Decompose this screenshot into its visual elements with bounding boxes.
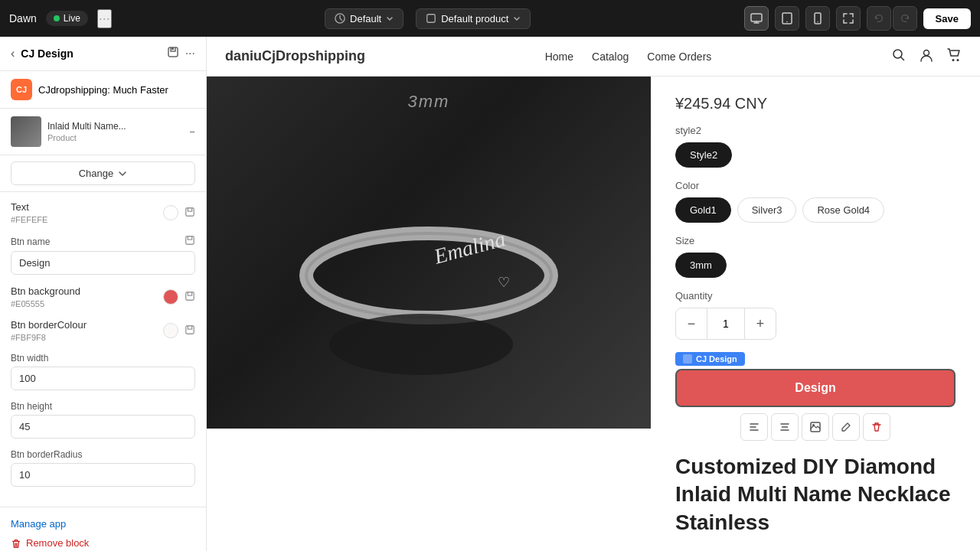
- product-icon: [426, 13, 436, 24]
- svg-point-16: [956, 59, 959, 61]
- toolbar-delete[interactable]: [863, 413, 890, 441]
- cj-tooltip-icon: [683, 354, 692, 364]
- manage-app-link[interactable]: Manage app: [11, 518, 195, 530]
- btn-name-row: Btn name: [11, 235, 195, 275]
- fullscreen-button[interactable]: [836, 6, 861, 31]
- text-setting-row: Text #FEFEFE: [11, 201, 195, 224]
- design-button[interactable]: Design: [675, 369, 956, 407]
- app-name: Dawn: [9, 12, 37, 24]
- undo-button[interactable]: [867, 6, 891, 31]
- style2-button[interactable]: Style2: [675, 142, 732, 168]
- cart-icon[interactable]: [946, 47, 962, 65]
- text-setting-icon[interactable]: [185, 207, 195, 220]
- toolbar-align-center[interactable]: [771, 413, 799, 441]
- search-icon[interactable]: [891, 47, 906, 65]
- change-button[interactable]: Change: [11, 161, 195, 185]
- svg-rect-11: [186, 292, 194, 300]
- svg-point-14: [923, 51, 929, 56]
- redo-button[interactable]: [893, 6, 917, 31]
- store-nav: daniuCjDropshipping Home Catalog Come Or…: [207, 37, 980, 77]
- btn-height-label: Btn height: [11, 401, 52, 412]
- toolbar-row: [675, 413, 956, 441]
- btn-height-input[interactable]: [11, 415, 195, 439]
- store-nav-icons: [891, 47, 962, 65]
- style-label: style2: [675, 125, 956, 136]
- toolbar-edit[interactable]: [832, 413, 860, 441]
- btn-height-row: Btn height: [11, 401, 195, 439]
- nav-come-orders[interactable]: Come Orders: [647, 51, 711, 63]
- remove-block-label: Remove block: [26, 537, 89, 549]
- text-label: Text: [11, 201, 47, 213]
- save-section-button[interactable]: [167, 46, 179, 61]
- save-button[interactable]: Save: [923, 8, 971, 29]
- btn-border-color-swatch[interactable]: [163, 323, 178, 338]
- qty-plus-button[interactable]: +: [745, 308, 776, 339]
- account-icon[interactable]: [919, 47, 934, 65]
- change-btn-row: Change: [0, 155, 206, 192]
- gold1-button[interactable]: Gold1: [675, 197, 731, 223]
- product-description: Customized DIY Diamond Inlaid Multi Name…: [675, 453, 956, 536]
- sidebar-title: CJ Design: [21, 47, 73, 60]
- svg-rect-1: [427, 15, 436, 23]
- product-details-column: ¥245.94 CNY style2 Style2 Color Gold1 Si…: [651, 77, 980, 551]
- desktop-view-button[interactable]: [744, 6, 769, 31]
- nav-catalog[interactable]: Catalog: [592, 51, 629, 63]
- tablet-view-button[interactable]: [775, 6, 799, 31]
- btn-bg-label: Btn background: [11, 285, 80, 297]
- top-bar: Dawn Live ··· Default Default product: [0, 0, 980, 37]
- btn-name-icon[interactable]: [185, 235, 195, 248]
- btn-border-icon[interactable]: [185, 324, 195, 337]
- app-banner-name: CJdropshipping: Much Faster: [38, 84, 168, 96]
- more-options-button[interactable]: ···: [185, 46, 195, 61]
- mobile-view-button[interactable]: [805, 6, 830, 31]
- rose-gold4-button[interactable]: Rose Gold4: [802, 197, 884, 223]
- btn-border-radius-row: Btn borderRadius: [11, 449, 195, 487]
- btn-width-input[interactable]: [11, 367, 195, 390]
- toolbar-image[interactable]: [802, 413, 829, 441]
- product-image: [11, 116, 41, 147]
- trash-icon: [11, 538, 21, 549]
- product-name: Inlaid Multi Name...: [47, 121, 183, 132]
- color-option-group: Color Gold1 Silver3 Rose Gold4: [675, 180, 956, 223]
- text-color-value: #FEFEFE: [11, 215, 47, 224]
- toolbar-align-left[interactable]: [740, 413, 768, 441]
- btn-bg-value: #E05555: [11, 299, 80, 308]
- product-image-placeholder: 3mm Emalina ♡: [207, 77, 651, 429]
- style-option-group: style2 Style2: [675, 125, 956, 168]
- default-product-button[interactable]: Default product: [416, 8, 531, 29]
- btn-border-radius-input[interactable]: [11, 463, 195, 487]
- product-info: Inlaid Multi Name... Product: [47, 121, 183, 142]
- size-3mm-button[interactable]: 3mm: [675, 253, 727, 278]
- quantity-label: Quantity: [675, 290, 956, 302]
- remove-block-button[interactable]: Remove block: [11, 537, 89, 549]
- color-buttons: Gold1 Silver3 Rose Gold4: [675, 197, 956, 223]
- btn-background-row: Btn background #E05555: [11, 285, 195, 308]
- chevron-down-icon-2: [513, 15, 521, 22]
- btn-name-input[interactable]: [11, 251, 195, 275]
- size-buttons: 3mm: [675, 253, 956, 278]
- btn-bg-icon[interactable]: [185, 291, 195, 304]
- nav-home[interactable]: Home: [545, 51, 573, 63]
- btn-border-color-row: Btn borderColour #FBF9F8: [11, 319, 195, 342]
- store-nav-links: Home Catalog Come Orders: [545, 51, 712, 63]
- default-theme-button[interactable]: Default: [325, 8, 403, 29]
- svg-rect-12: [186, 325, 194, 334]
- quantity-value: 1: [707, 308, 745, 339]
- svg-point-21: [329, 314, 513, 375]
- top-bar-left: Dawn Live ···: [9, 9, 112, 28]
- btn-border-color-info: Btn borderColour #FBF9F8: [11, 319, 87, 342]
- qty-minus-button[interactable]: −: [676, 308, 707, 339]
- svg-point-15: [952, 59, 954, 61]
- svg-rect-10: [186, 236, 194, 245]
- svg-rect-8: [172, 47, 174, 50]
- product-type: Product: [47, 133, 183, 142]
- back-button[interactable]: ‹: [11, 47, 15, 60]
- text-color-swatch[interactable]: [163, 205, 178, 220]
- default-theme-label: Default: [350, 13, 381, 24]
- btn-bg-color-swatch[interactable]: [163, 289, 178, 305]
- more-button[interactable]: ···: [97, 9, 112, 28]
- theme-icon: [335, 13, 345, 24]
- btn-bg-info: Btn background #E05555: [11, 285, 80, 308]
- product-collapse-button[interactable]: −: [189, 126, 195, 138]
- silver3-button[interactable]: Silver3: [737, 197, 797, 223]
